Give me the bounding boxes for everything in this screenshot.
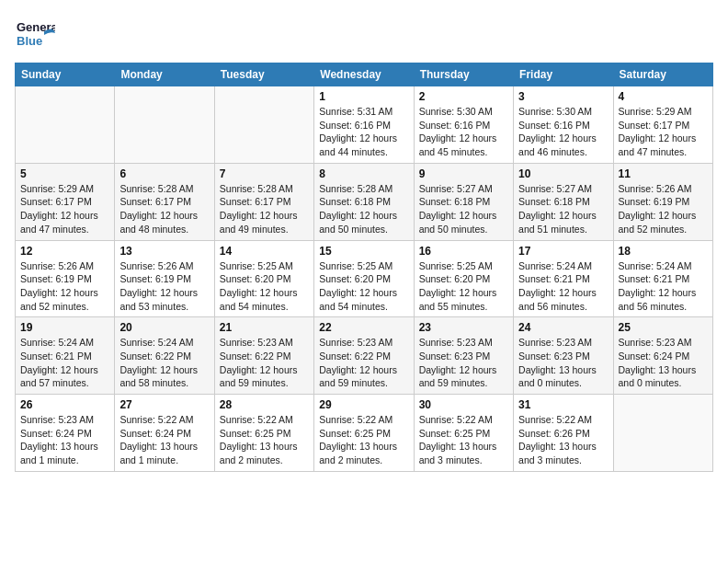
calendar-cell: 17Sunrise: 5:24 AM Sunset: 6:21 PM Dayli… bbox=[514, 240, 613, 317]
day-info: Sunrise: 5:24 AM Sunset: 6:21 PM Dayligh… bbox=[20, 336, 109, 390]
day-info: Sunrise: 5:23 AM Sunset: 6:23 PM Dayligh… bbox=[419, 336, 508, 390]
logo: General Blue bbox=[15, 15, 55, 55]
calendar-cell: 15Sunrise: 5:25 AM Sunset: 6:20 PM Dayli… bbox=[314, 240, 414, 317]
day-number: 17 bbox=[518, 245, 608, 258]
day-info: Sunrise: 5:23 AM Sunset: 6:24 PM Dayligh… bbox=[619, 336, 708, 390]
day-number: 16 bbox=[419, 245, 508, 258]
calendar-week-row: 1Sunrise: 5:31 AM Sunset: 6:16 PM Daylig… bbox=[16, 86, 713, 164]
day-info: Sunrise: 5:22 AM Sunset: 6:25 PM Dayligh… bbox=[419, 413, 508, 467]
day-number: 26 bbox=[20, 398, 109, 411]
calendar-cell bbox=[613, 395, 712, 472]
day-number: 4 bbox=[619, 90, 708, 103]
day-number: 7 bbox=[220, 167, 309, 180]
calendar-cell: 8Sunrise: 5:28 AM Sunset: 6:18 PM Daylig… bbox=[314, 163, 414, 240]
day-info: Sunrise: 5:25 AM Sunset: 6:20 PM Dayligh… bbox=[220, 259, 309, 314]
calendar-week-row: 26Sunrise: 5:23 AM Sunset: 6:24 PM Dayli… bbox=[16, 395, 713, 472]
day-number: 2 bbox=[419, 90, 508, 103]
calendar-cell: 23Sunrise: 5:23 AM Sunset: 6:23 PM Dayli… bbox=[414, 317, 513, 395]
day-number: 15 bbox=[319, 245, 408, 258]
weekday-header-tuesday: Tuesday bbox=[214, 63, 313, 86]
day-info: Sunrise: 5:27 AM Sunset: 6:18 PM Dayligh… bbox=[518, 182, 608, 236]
day-number: 13 bbox=[119, 245, 209, 258]
logo-icon: General Blue bbox=[15, 15, 55, 55]
calendar-cell: 2Sunrise: 5:30 AM Sunset: 6:16 PM Daylig… bbox=[414, 86, 513, 164]
calendar-cell: 1Sunrise: 5:31 AM Sunset: 6:16 PM Daylig… bbox=[314, 86, 414, 164]
calendar-cell bbox=[16, 86, 115, 164]
day-number: 24 bbox=[518, 321, 608, 334]
day-info: Sunrise: 5:27 AM Sunset: 6:18 PM Dayligh… bbox=[419, 182, 508, 236]
calendar-cell: 12Sunrise: 5:26 AM Sunset: 6:19 PM Dayli… bbox=[16, 240, 115, 317]
calendar-cell: 30Sunrise: 5:22 AM Sunset: 6:25 PM Dayli… bbox=[414, 395, 513, 472]
day-info: Sunrise: 5:25 AM Sunset: 6:20 PM Dayligh… bbox=[319, 259, 408, 314]
calendar-cell: 9Sunrise: 5:27 AM Sunset: 6:18 PM Daylig… bbox=[414, 163, 513, 240]
calendar-cell: 26Sunrise: 5:23 AM Sunset: 6:24 PM Dayli… bbox=[16, 395, 115, 472]
calendar-table: SundayMondayTuesdayWednesdayThursdayFrid… bbox=[15, 63, 713, 472]
day-info: Sunrise: 5:30 AM Sunset: 6:16 PM Dayligh… bbox=[419, 105, 508, 159]
weekday-header-sunday: Sunday bbox=[16, 63, 115, 86]
day-number: 28 bbox=[220, 398, 309, 411]
day-info: Sunrise: 5:24 AM Sunset: 6:21 PM Dayligh… bbox=[518, 259, 608, 314]
calendar-cell: 28Sunrise: 5:22 AM Sunset: 6:25 PM Dayli… bbox=[214, 395, 313, 472]
day-info: Sunrise: 5:28 AM Sunset: 6:17 PM Dayligh… bbox=[220, 182, 309, 236]
day-info: Sunrise: 5:23 AM Sunset: 6:23 PM Dayligh… bbox=[518, 336, 608, 390]
calendar-cell: 21Sunrise: 5:23 AM Sunset: 6:22 PM Dayli… bbox=[214, 317, 313, 395]
day-number: 31 bbox=[518, 398, 608, 411]
day-info: Sunrise: 5:23 AM Sunset: 6:22 PM Dayligh… bbox=[319, 336, 408, 390]
calendar-cell: 4Sunrise: 5:29 AM Sunset: 6:17 PM Daylig… bbox=[613, 86, 712, 164]
day-number: 3 bbox=[518, 90, 608, 103]
calendar-week-row: 5Sunrise: 5:29 AM Sunset: 6:17 PM Daylig… bbox=[16, 163, 713, 240]
day-number: 8 bbox=[319, 167, 408, 180]
day-info: Sunrise: 5:25 AM Sunset: 6:20 PM Dayligh… bbox=[419, 259, 508, 314]
day-number: 21 bbox=[220, 321, 309, 334]
calendar-cell: 25Sunrise: 5:23 AM Sunset: 6:24 PM Dayli… bbox=[613, 317, 712, 395]
calendar-cell: 16Sunrise: 5:25 AM Sunset: 6:20 PM Dayli… bbox=[414, 240, 513, 317]
calendar-week-row: 19Sunrise: 5:24 AM Sunset: 6:21 PM Dayli… bbox=[16, 317, 713, 395]
day-info: Sunrise: 5:28 AM Sunset: 6:17 PM Dayligh… bbox=[119, 182, 209, 236]
day-info: Sunrise: 5:23 AM Sunset: 6:24 PM Dayligh… bbox=[20, 413, 109, 467]
calendar-cell: 27Sunrise: 5:22 AM Sunset: 6:24 PM Dayli… bbox=[115, 395, 214, 472]
weekday-header-monday: Monday bbox=[115, 63, 214, 86]
day-number: 11 bbox=[619, 167, 708, 180]
weekday-header-saturday: Saturday bbox=[613, 63, 712, 86]
day-info: Sunrise: 5:24 AM Sunset: 6:21 PM Dayligh… bbox=[619, 259, 708, 314]
day-info: Sunrise: 5:28 AM Sunset: 6:18 PM Dayligh… bbox=[319, 182, 408, 236]
calendar-cell: 31Sunrise: 5:22 AM Sunset: 6:26 PM Dayli… bbox=[514, 395, 613, 472]
calendar-cell: 29Sunrise: 5:22 AM Sunset: 6:25 PM Dayli… bbox=[314, 395, 414, 472]
calendar-cell: 22Sunrise: 5:23 AM Sunset: 6:22 PM Dayli… bbox=[314, 317, 414, 395]
day-info: Sunrise: 5:26 AM Sunset: 6:19 PM Dayligh… bbox=[20, 259, 109, 314]
day-number: 1 bbox=[319, 90, 408, 103]
day-info: Sunrise: 5:29 AM Sunset: 6:17 PM Dayligh… bbox=[619, 105, 708, 159]
day-info: Sunrise: 5:29 AM Sunset: 6:17 PM Dayligh… bbox=[20, 182, 109, 236]
day-number: 18 bbox=[619, 245, 708, 258]
weekday-header-wednesday: Wednesday bbox=[314, 63, 414, 86]
day-info: Sunrise: 5:26 AM Sunset: 6:19 PM Dayligh… bbox=[119, 259, 209, 314]
weekday-header-thursday: Thursday bbox=[414, 63, 513, 86]
day-number: 10 bbox=[518, 167, 608, 180]
day-number: 27 bbox=[119, 398, 209, 411]
calendar-cell bbox=[214, 86, 313, 164]
day-info: Sunrise: 5:30 AM Sunset: 6:16 PM Dayligh… bbox=[518, 105, 608, 159]
day-info: Sunrise: 5:22 AM Sunset: 6:24 PM Dayligh… bbox=[119, 413, 209, 467]
day-info: Sunrise: 5:22 AM Sunset: 6:25 PM Dayligh… bbox=[319, 413, 408, 467]
day-number: 5 bbox=[20, 167, 109, 180]
calendar-cell: 5Sunrise: 5:29 AM Sunset: 6:17 PM Daylig… bbox=[16, 163, 115, 240]
day-number: 14 bbox=[220, 245, 309, 258]
calendar-week-row: 12Sunrise: 5:26 AM Sunset: 6:19 PM Dayli… bbox=[16, 240, 713, 317]
calendar-cell: 3Sunrise: 5:30 AM Sunset: 6:16 PM Daylig… bbox=[514, 86, 613, 164]
day-number: 6 bbox=[119, 167, 209, 180]
calendar-cell: 19Sunrise: 5:24 AM Sunset: 6:21 PM Dayli… bbox=[16, 317, 115, 395]
day-info: Sunrise: 5:26 AM Sunset: 6:19 PM Dayligh… bbox=[619, 182, 708, 236]
calendar-cell: 10Sunrise: 5:27 AM Sunset: 6:18 PM Dayli… bbox=[514, 163, 613, 240]
day-number: 9 bbox=[419, 167, 508, 180]
calendar-cell bbox=[115, 86, 214, 164]
calendar-cell: 20Sunrise: 5:24 AM Sunset: 6:22 PM Dayli… bbox=[115, 317, 214, 395]
weekday-header-row: SundayMondayTuesdayWednesdayThursdayFrid… bbox=[16, 63, 713, 86]
day-number: 29 bbox=[319, 398, 408, 411]
weekday-header-friday: Friday bbox=[514, 63, 613, 86]
calendar-cell: 11Sunrise: 5:26 AM Sunset: 6:19 PM Dayli… bbox=[613, 163, 712, 240]
day-info: Sunrise: 5:22 AM Sunset: 6:26 PM Dayligh… bbox=[518, 413, 608, 467]
svg-text:Blue: Blue bbox=[17, 34, 42, 48]
day-number: 12 bbox=[20, 245, 109, 258]
day-info: Sunrise: 5:22 AM Sunset: 6:25 PM Dayligh… bbox=[220, 413, 309, 467]
calendar-cell: 13Sunrise: 5:26 AM Sunset: 6:19 PM Dayli… bbox=[115, 240, 214, 317]
